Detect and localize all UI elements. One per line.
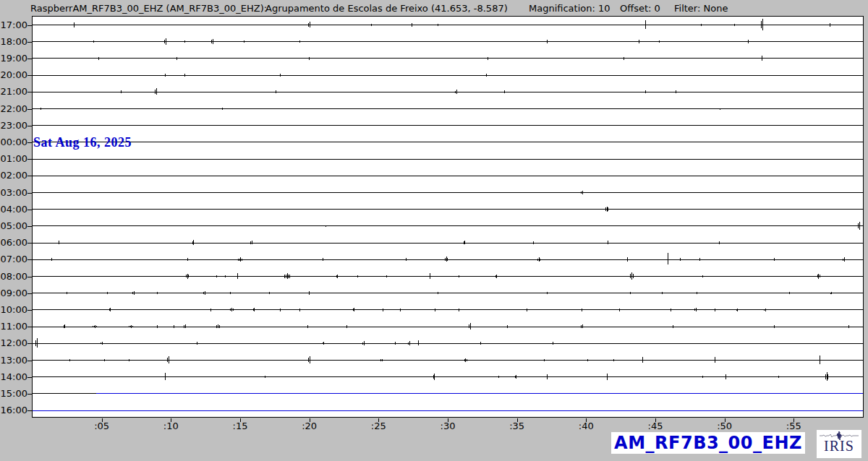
minute-label: :25 [366, 421, 391, 431]
minute-label: :55 [781, 421, 806, 431]
hour-label: 17:00 [0, 20, 27, 31]
hour-tick [27, 42, 33, 43]
minute-label: :05 [90, 421, 114, 431]
hour-label: 08:00 [0, 271, 27, 283]
hour-label: 19:00 [0, 53, 27, 64]
filter-label: Filter: None [674, 3, 728, 14]
hour-label: 00:00 [0, 137, 27, 148]
hour-tick [27, 126, 33, 126]
hour-tick [27, 343, 33, 344]
hour-tick [27, 243, 33, 244]
hour-label: 23:00 [0, 120, 27, 132]
hour-tick [27, 75, 33, 76]
minute-label: :30 [435, 421, 460, 431]
hour-label: 01:00 [0, 153, 27, 165]
header-bar: RaspberrAM_RF7B3_00_EHZ (AM_RF7B3_00_EHZ… [0, 0, 868, 16]
hour-tick [27, 293, 33, 294]
hour-label: 16:00 [0, 405, 27, 416]
minute-label: :45 [643, 421, 668, 431]
hour-tick [27, 176, 33, 176]
hour-tick [27, 59, 33, 59]
station-title: RaspberrAM_RF7B3_00_EHZ (AM_RF7B3_00_EHZ… [30, 3, 267, 14]
iris-logo-text: IRIS [817, 439, 861, 453]
hour-tick [27, 92, 33, 92]
hour-tick [27, 193, 33, 194]
hour-tick [27, 361, 33, 361]
helicorder-app: RaspberrAM_RF7B3_00_EHZ (AM_RF7B3_00_EHZ… [0, 0, 868, 461]
hour-label: 18:00 [0, 36, 27, 48]
hour-label: 22:00 [0, 103, 27, 115]
hour-label: 04:00 [0, 204, 27, 215]
minute-label: :20 [297, 421, 322, 431]
hour-tick [27, 159, 33, 160]
hour-label: 09:00 [0, 288, 27, 299]
hour-tick [27, 259, 33, 260]
station-location: Agrupamento de Escolas de Freixo (41.653… [265, 3, 508, 14]
hour-tick [27, 25, 33, 26]
hour-label: 12:00 [0, 337, 27, 349]
hour-tick [27, 310, 33, 311]
date-annotation: Sat Aug 16, 2025 [33, 135, 132, 150]
minute-label: :10 [158, 421, 183, 431]
hour-label: 11:00 [0, 321, 27, 332]
minute-label: :15 [228, 421, 252, 431]
hour-tick [27, 410, 33, 411]
hour-label: 13:00 [0, 355, 27, 366]
station-badge: AM_RF7B3_00_EHZ [611, 432, 805, 454]
hour-label: 03:00 [0, 187, 27, 199]
hour-tick [27, 210, 33, 210]
hour-label: 14:00 [0, 371, 27, 383]
hour-label: 15:00 [0, 388, 27, 400]
station-badge-label: AM_RF7B3_00_EHZ [614, 433, 802, 453]
hour-label: 21:00 [0, 86, 27, 98]
hour-label: 02:00 [0, 170, 27, 181]
minute-label: :35 [505, 421, 529, 431]
hour-tick [27, 327, 33, 327]
hour-label: 06:00 [0, 237, 27, 249]
hour-tick [27, 277, 33, 277]
offset-label: Offset: 0 [620, 3, 660, 14]
hour-tick [27, 226, 33, 227]
magnification-label: Magnification: 10 [529, 3, 610, 14]
hour-tick [27, 377, 33, 378]
iris-logo[interactable]: IRIS [817, 430, 861, 458]
hour-label: 10:00 [0, 304, 27, 316]
hour-label: 07:00 [0, 254, 27, 265]
hour-tick [27, 394, 33, 395]
hour-label: 20:00 [0, 69, 27, 81]
hour-tick [27, 109, 33, 110]
hour-label: 05:00 [0, 220, 27, 232]
minute-label: :50 [712, 421, 737, 431]
seismogram-traces [33, 17, 863, 417]
minute-label: :40 [574, 421, 598, 431]
hour-tick [27, 142, 33, 143]
helicorder-plot-area[interactable] [32, 16, 864, 418]
